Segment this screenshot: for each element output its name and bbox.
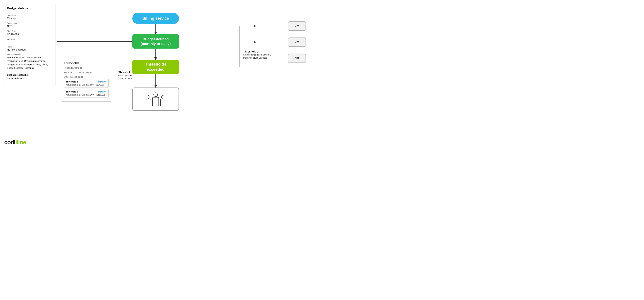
diagram-area: Billing service Budget defined(monthly o… (57, 0, 322, 150)
person-3 (160, 95, 165, 106)
threshold-2-label: Threshold 2 Stop command sent to virtual… (243, 50, 283, 59)
person-1 (146, 95, 151, 106)
filters-label: Filters (7, 46, 52, 48)
end-date-value: – (7, 40, 52, 43)
advanced-filters-text: Include: Refunds, Credits, Upfront reser… (7, 56, 52, 80)
budget-details-panel: Budget details Budget period Monthly Bud… (4, 3, 56, 86)
threshold1-more-link[interactable]: More Info (98, 81, 106, 83)
advanced-filters-field: Advanced filters Include: Refunds, Credi… (7, 54, 52, 80)
budget-type-value: Cost (7, 25, 52, 27)
filters-field: Filters No filters applied (7, 46, 52, 51)
start-date-value: 12/01/2020 (7, 32, 52, 35)
no-pending-text: There are no pending actions. (64, 71, 108, 74)
end-date-label: End Date (7, 38, 52, 40)
budget-type-field: Budget type Cost (7, 22, 52, 27)
filters-value: No filters applied (7, 48, 52, 51)
logo: codilime (4, 139, 26, 146)
rdb-node: RDB (288, 54, 306, 63)
users-node (132, 88, 179, 111)
budget-defined-node: Budget defined(monthly or daily) (132, 34, 179, 49)
start-date-label: Start Date (7, 30, 52, 32)
vm-node-2: VM (288, 37, 306, 47)
billing-service-node: Billing service (132, 13, 179, 24)
budget-type-label: Budget type (7, 22, 52, 24)
threshold2-more-link[interactable]: More Info (98, 91, 106, 93)
logo-text2: lime (16, 139, 26, 146)
start-date-field: Start Date 12/01/2020 (7, 30, 52, 35)
advanced-filters-label: Advanced filters (7, 54, 52, 56)
thresholds-box: Thresholds Pending actions i There are n… (61, 59, 111, 102)
threshold-card-2: Threshold 2 More Info Actual cost is gre… (64, 89, 108, 98)
pending-actions-label: Pending actions i (64, 67, 108, 69)
other-thresholds-label: Other thresholds i (64, 76, 108, 78)
threshold-1-label: Threshold 1 Email notificationsent to us… (114, 71, 139, 80)
budget-period-label: Budget period (7, 14, 52, 16)
person-2 (152, 93, 159, 106)
pending-info-icon: i (80, 67, 82, 69)
thresholds-exceeded-node: Thresholdsexceeded (132, 60, 179, 74)
end-date-field: End Date – (7, 38, 52, 43)
panel-title: Budget details (7, 6, 52, 10)
other-info-icon: i (80, 76, 83, 78)
threshold-card-1: Threshold 1 More Info Actual cost is gre… (64, 79, 108, 88)
people-icon (146, 93, 165, 106)
vm-node-1: VM (288, 21, 306, 31)
budget-period-field: Budget period Monthly (7, 14, 52, 20)
budget-period-value: Monthly (7, 17, 52, 20)
logo-text1: codi (4, 139, 16, 146)
